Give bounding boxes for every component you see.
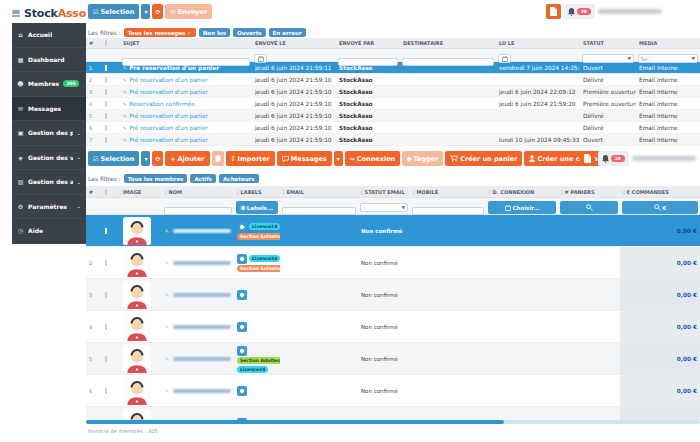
sidebar-item-gestion-des-achats[interactable]: ▥Gestion des achats⌄ [12, 170, 86, 195]
member-name-link[interactable]: ✎ [162, 356, 234, 362]
statut-email-filter-select[interactable]: ▼ [360, 203, 408, 212]
col-num[interactable]: # [86, 40, 102, 46]
media-filter-select[interactable]: Se...▼ [638, 54, 698, 63]
message-row[interactable]: 4✎Reservation confirméejeudi 6 juin 2024… [86, 98, 700, 110]
sidebar-item-aide[interactable]: ◷Aide [12, 219, 86, 244]
message-row[interactable]: 1✎Pré reservation d'un panierjeudi 6 jui… [86, 62, 700, 74]
member-row[interactable]: 3✎Non confirmé0,00 € [86, 279, 700, 311]
row-checkbox[interactable] [105, 356, 107, 362]
row-checkbox[interactable] [105, 228, 107, 234]
add-label-button[interactable] [237, 254, 247, 264]
col-num[interactable]: # [86, 189, 102, 195]
username-redacted[interactable] [598, 9, 662, 14]
filter-tous-les-membres[interactable]: Tous les membres [124, 174, 188, 183]
message-row[interactable]: 5✎Pré reservation d'un panierjeudi 6 jui… [86, 110, 700, 122]
member-name-link[interactable]: ✎ [162, 292, 234, 298]
horizontal-scrollbar[interactable] [86, 420, 700, 424]
col-media[interactable]: MEDIA [636, 40, 700, 46]
messages-button[interactable]: Messages [277, 151, 332, 166]
member-row[interactable]: 5✎Section AdultesLicence24Non confirmé0,… [86, 343, 700, 375]
hamburger-menu-icon[interactable] [12, 9, 20, 18]
row-checkbox[interactable] [105, 89, 107, 95]
sidebar-item-param-tres[interactable]: ⚙Paramètres⌄ [12, 195, 86, 220]
col-commandes[interactable]: € COMMANDES [620, 189, 700, 195]
filter-non-lus[interactable]: Non lus [199, 28, 230, 37]
export-document-button[interactable] [580, 151, 595, 166]
col-envoye-par[interactable]: ENVOYÉ PAR [336, 40, 400, 46]
member-row[interactable]: 7✎ [86, 407, 700, 420]
row-checkbox[interactable] [105, 77, 107, 83]
paniers-search-button[interactable] [560, 201, 618, 214]
filter-tous-les-messages[interactable]: Tous les messages ✓ [124, 28, 196, 37]
col-lu-le[interactable]: LU LE [496, 40, 580, 46]
filter-en-erreur[interactable]: En erreur [269, 28, 306, 37]
export-document-button[interactable] [546, 4, 561, 19]
row-checkbox[interactable] [105, 101, 107, 107]
creer-panier-button[interactable]: Créer un panier [445, 151, 522, 166]
notifications-group[interactable]: 28 [564, 4, 595, 19]
message-row[interactable]: 6✎Pré reservation d'un panierjeudi 6 jui… [86, 122, 700, 134]
scrollbar-thumb[interactable] [86, 420, 504, 424]
connexion-button[interactable]: ↪Connexion [345, 151, 400, 166]
member-row[interactable]: 1✎Licence24Section EnfantsNon confirmé0,… [86, 215, 700, 247]
add-label-button[interactable] [237, 346, 247, 356]
col-mobile[interactable]: MOBILE [410, 189, 486, 195]
message-row[interactable]: 7✎Pré reservation d'un panierjeudi 6 jui… [86, 134, 700, 146]
col-nom[interactable]: NOM [162, 189, 234, 195]
member-name-link[interactable]: ✎ [162, 324, 234, 330]
lu-le-date-filter[interactable] [498, 54, 511, 63]
commandes-search-button[interactable]: € [622, 201, 698, 214]
message-row[interactable]: 2✎Pré reservation d'un panierjeudi 6 jui… [86, 74, 700, 86]
col-statut[interactable]: STATUT [580, 40, 636, 46]
messages-dropdown-button[interactable]: ▾ [334, 151, 343, 166]
col-envoye-le[interactable]: ENVOYÉ LE [252, 40, 336, 46]
sidebar-item-membres[interactable]: ☻Membres305 [12, 72, 86, 97]
col-statut-email[interactable]: STATUT EMAIL [358, 189, 410, 195]
add-label-button[interactable] [237, 386, 247, 396]
ajouter-button[interactable]: +Ajouter [165, 151, 209, 166]
member-row[interactable]: 6✎Non confirmé0,00 € [86, 375, 700, 407]
member-name-link[interactable]: ✎ [162, 260, 234, 266]
message-subject-link[interactable]: ✎Pré reservation d'un panier [120, 125, 252, 131]
message-subject-link[interactable]: ✎Reservation confirmée [120, 101, 252, 107]
sidebar-item-messages[interactable]: ✉Messages [12, 97, 86, 122]
sidebar-item-dashboard[interactable]: ▦Dashboard [12, 48, 86, 73]
message-subject-link[interactable]: ✎Pré reservation d'un panier [120, 137, 252, 143]
row-checkbox[interactable] [105, 324, 107, 330]
col-labels[interactable]: LABELS [234, 189, 280, 195]
connexion-date-filter-button[interactable]: Choisir... [488, 201, 556, 214]
member-name-link[interactable]: ✎ [162, 228, 234, 234]
tagger-button[interactable]: Tagger [402, 151, 443, 166]
selection-dropdown-button[interactable]: ▾ [141, 151, 150, 166]
mobile-filter-input[interactable] [412, 207, 484, 215]
labels-filter-button[interactable]: Labels... [236, 201, 278, 214]
select-all-checkbox[interactable] [105, 189, 107, 195]
row-checkbox[interactable] [105, 137, 107, 143]
member-name-link[interactable]: ✎ [162, 388, 234, 394]
col-d-connexion[interactable]: D. CONNEXION [486, 189, 558, 195]
filter-ouverts[interactable]: Ouverts [233, 28, 266, 37]
selection-button[interactable]: ☑Selection [88, 151, 139, 166]
message-row[interactable]: 3✎Pré reservation d'un panierjeudi 6 jui… [86, 86, 700, 98]
row-checkbox[interactable] [105, 65, 107, 71]
member-row[interactable]: 4✎Non confirmé0,00 € [86, 311, 700, 343]
refresh-button[interactable]: ⟳ [152, 151, 163, 166]
sidebar-item-gestion-des-ventes[interactable]: ◈Gestion des ventes⌄ [12, 146, 86, 171]
destinataire-filter-input[interactable] [402, 58, 494, 66]
add-label-button[interactable] [237, 222, 247, 232]
delete-button[interactable] [212, 151, 224, 166]
select-all-checkbox[interactable] [105, 40, 107, 46]
row-checkbox[interactable] [105, 292, 107, 298]
message-subject-link[interactable]: ✎Pré reservation d'un panier [120, 89, 252, 95]
add-label-button[interactable] [237, 290, 247, 300]
refresh-button[interactable]: ⟳ [152, 4, 163, 19]
envoyer-button[interactable]: ✉Envoyer [165, 4, 212, 19]
add-label-button[interactable] [237, 322, 247, 332]
col-email[interactable]: EMAIL [280, 189, 358, 195]
message-subject-link[interactable]: ✎Pré reservation d'un panier [120, 113, 252, 119]
col-paniers[interactable]: # PANIERS [558, 189, 620, 195]
message-subject-link[interactable]: ✎Pré reservation d'un panier [120, 65, 252, 71]
col-sujet[interactable]: SUJET [120, 40, 252, 46]
nom-filter-input[interactable] [164, 207, 232, 215]
col-image[interactable]: IMAGE [120, 189, 162, 195]
